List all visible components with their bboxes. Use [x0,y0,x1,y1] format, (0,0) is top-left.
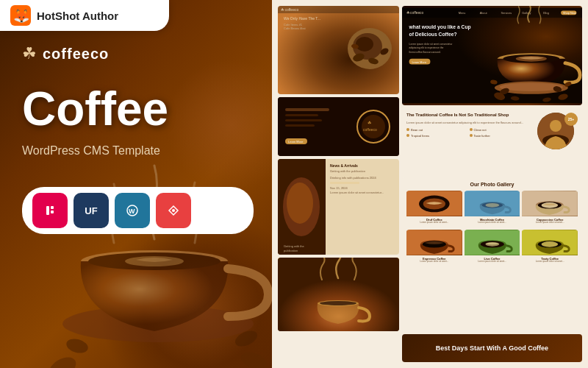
left-panel: ☘ coffeeco Coffee WordPress CMS Template… [0,0,276,368]
logo-text: coffeeco [43,46,109,63]
news-section-title: News & Arrivals [330,163,395,168]
svg-point-32 [362,115,385,138]
svg-point-18 [172,209,175,212]
footer-text: Best Days Start With A Good Coffee [436,344,548,352]
preview-right-column: ☘ coffeeco Menu About Services Gallery B… [402,6,582,362]
gallery-desc-6: Lorem ipsum dolor sit amet... [522,261,578,263]
gallery-img-5 [465,230,520,255]
svg-point-99 [542,241,559,247]
news-text: News & Arrivals Getting with the publica… [326,159,399,255]
quix-badge[interactable] [156,193,191,228]
svg-text:☘ coffeeco: ☘ coffeeco [406,11,424,15]
about-title: The Traditional Coffee Is Not So Traditi… [406,113,533,118]
svg-rect-28 [285,114,318,116]
gallery-desc-3: Lorem ipsum dolor sit amet... [522,222,578,224]
svg-rect-11 [46,206,49,215]
gallery-card: Our Photo Gallery Druf Coffee Lorem ipsu… [402,177,582,331]
feature-2: Clean not [470,128,531,132]
svg-text:Learn More: Learn More [288,140,304,144]
gallery-img-3 [522,191,578,216]
beans-inner: ☘ coffeeco We Only Have The T... Cafe It… [278,6,399,94]
svg-text:Menu: Menu [459,12,466,15]
news-body-1: Getting with the publication [330,169,395,174]
svg-text:Getting with the: Getting with the [284,244,305,248]
svg-text:publication: publication [284,249,298,252]
gallery-item-6: Tasty Coffee Lorem ipsum dolor sit amet.… [522,230,578,266]
gallery-desc-2: Lorem ipsum dolor sit amet... [465,222,520,224]
news-excerpt: Lorem ipsum dolor sit amet consectetur..… [330,191,395,195]
news-divider [330,182,359,184]
svg-point-21 [356,37,373,52]
svg-text:Blog: Blog [543,12,549,15]
svg-rect-12 [51,206,54,209]
about-features: Bean out Clean not Tropical Items Taste … [406,128,533,138]
svg-text:Learn More: Learn More [412,61,426,64]
feature-1: Bean out [406,128,467,132]
svg-text:🦊: 🦊 [13,8,30,24]
svg-text:coffeeco: coffeeco [363,127,377,132]
uf-badge[interactable]: UF [74,193,109,228]
hotshot-logo-icon: 🦊 [10,5,31,26]
feature-dot-2 [470,128,473,131]
feature-label-1: Bean out [411,128,423,132]
svg-rect-13 [51,210,54,213]
svg-text:what would you like a Cup: what would you like a Cup [409,24,471,30]
elementor-badge[interactable] [32,193,68,228]
wordpress-badge[interactable]: W [115,193,150,228]
brand-name: HotShot Author [37,10,118,22]
news-img: Getting with the publication [278,159,326,255]
dark-card: ☘ coffeeco Learn More [278,97,399,156]
svg-rect-10 [42,202,58,219]
gallery-item-2: Macchiato Coffee Lorem ipsum dolor sit a… [465,191,520,227]
feature-3: Tropical Items [406,134,467,138]
svg-text:About: About [480,12,488,15]
subtitle: WordPress CMS Template [22,144,254,158]
svg-text:Services: Services [501,12,512,15]
feature-label-4: Taste further [474,134,490,138]
gallery-title: Our Photo Gallery [406,182,578,187]
feature-label-2: Clean not [474,128,487,132]
gallery-img-4 [406,230,462,255]
footer-card: Best Days Start With A Good Coffee [402,334,582,362]
preview-left-column: ☘ coffeeco We Only Have The T... Cafe It… [278,6,399,362]
svg-text:Shop Now: Shop Now [563,12,576,15]
gallery-item-1: Druf Coffee Lorem ipsum dolor sit amet..… [406,191,462,227]
feature-label-3: Tropical Items [411,134,429,138]
hero-card: ☘ coffeeco Menu About Services Gallery B… [402,6,582,105]
svg-text:☘: ☘ [368,121,371,125]
svg-rect-29 [285,119,322,121]
gallery-desc-5: Lorem ipsum dolor sit amet... [465,261,520,263]
feature-dot-1 [406,128,409,131]
svg-point-44 [320,301,356,305]
svg-rect-27 [285,108,329,111]
svg-rect-30 [285,124,315,127]
beans-img [344,21,395,76]
top-bar: 🦊 HotShot Author [0,0,169,31]
about-card: The Traditional Coffee Is Not So Traditi… [402,108,582,174]
svg-text:of Delicious Coffee?: of Delicious Coffee? [409,32,457,37]
svg-point-84 [485,203,499,208]
plugin-badges: UF W [22,187,254,234]
gallery-grid: Druf Coffee Lorem ipsum dolor sit amet..… [406,191,578,266]
feature-dot-4 [470,134,473,137]
gallery-img-1 [406,191,462,216]
gallery-item-4: Espresso Coffee Lorem ipsum dolor sit am… [406,230,462,266]
beans-card: ☘ coffeeco We Only Have The T... Cafe It… [278,6,399,94]
feature-dot-3 [406,134,409,137]
gallery-desc-1: Lorem ipsum dolor sit amet... [406,222,462,224]
coffeeco-logo: ☘ coffeeco [22,44,254,63]
about-text: The Traditional Coffee Is Not So Traditi… [406,113,533,170]
leaf-icon: ☘ [22,44,37,63]
gallery-item-5: Livo Coffee Lorem ipsum dolor sit amet..… [465,230,520,266]
gallery-desc-4: Lorem ipsum dolor sit amet... [406,261,462,263]
svg-point-77 [550,120,562,132]
news-card: Getting with the publication News & Arri… [278,159,399,255]
svg-point-39 [287,183,313,224]
gallery-img-6 [522,230,578,255]
left-overlay: ☘ coffeeco Coffee WordPress CMS Template… [0,0,276,368]
steam-card [278,258,399,331]
svg-rect-46 [402,8,582,18]
mini-nav: ☘ coffeeco [278,6,399,13]
svg-text:adipiscing elit to experience : adipiscing elit to experience the [409,46,444,49]
badge-25: 25+ [564,113,578,126]
